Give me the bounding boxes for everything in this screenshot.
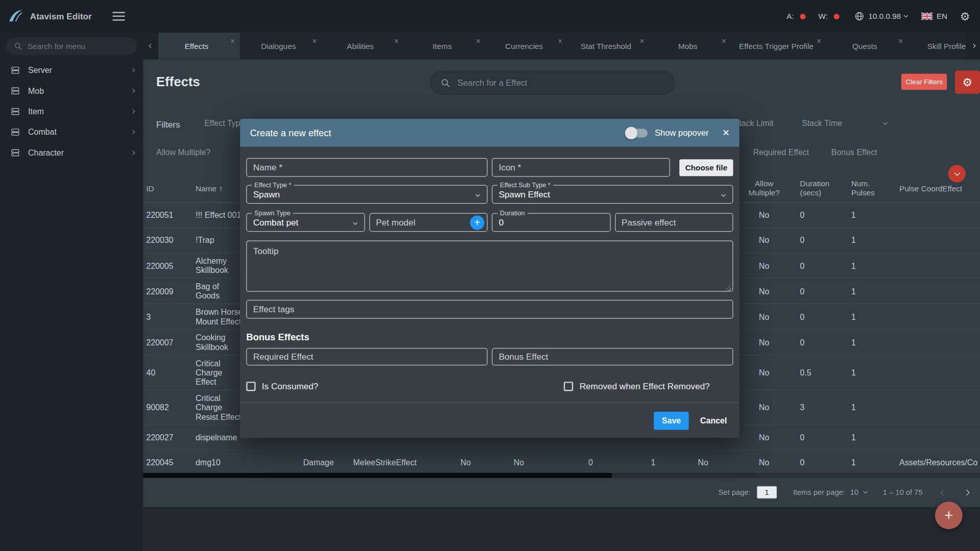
spawn-type-select[interactable]: Spawn Type Combat pet bbox=[246, 213, 364, 232]
cancel-button[interactable]: Cancel bbox=[697, 412, 731, 430]
tab[interactable]: Currencies × bbox=[485, 33, 567, 60]
filter-bonus-effect[interactable]: Bonus Effect bbox=[831, 147, 877, 157]
pet-model-field: + bbox=[369, 213, 487, 232]
tab[interactable]: Items × bbox=[404, 33, 485, 60]
tab[interactable]: Effects × bbox=[158, 33, 240, 60]
pet-model-input[interactable] bbox=[376, 217, 481, 228]
chevron-right-icon bbox=[131, 68, 135, 72]
cell-effect-type: Damage bbox=[297, 455, 347, 470]
bonus-effects-heading: Bonus Effects bbox=[246, 332, 733, 342]
choose-file-button[interactable]: Choose file bbox=[679, 159, 733, 176]
is-consumed-label: Is Consumed? bbox=[262, 381, 318, 391]
tabs-scroll-left-button[interactable] bbox=[143, 33, 158, 60]
cell-num-pulses: 1 bbox=[838, 258, 885, 273]
filter-stack-time[interactable]: Stack Time bbox=[802, 119, 842, 128]
tab[interactable]: Effects Trigger Profile × bbox=[731, 33, 826, 60]
sidebar-item[interactable]: Server bbox=[0, 60, 143, 81]
icon-input[interactable] bbox=[499, 162, 663, 172]
tab-close-icon[interactable]: × bbox=[230, 36, 235, 45]
cell-num-pulses: 1 bbox=[838, 233, 885, 248]
sidebar-search-input[interactable] bbox=[28, 42, 130, 51]
tab-close-icon[interactable]: × bbox=[312, 36, 317, 45]
items-per-page[interactable]: Items per page: 10 bbox=[793, 488, 867, 496]
items-per-page-value: 10 bbox=[850, 488, 859, 496]
tooltip-textarea[interactable] bbox=[246, 240, 733, 291]
show-popover-toggle[interactable] bbox=[626, 129, 647, 137]
menu-icon[interactable] bbox=[112, 12, 125, 20]
sidebar-item[interactable]: Item bbox=[0, 101, 143, 121]
tab[interactable]: Mobs × bbox=[649, 33, 731, 60]
tab[interactable]: Abilities × bbox=[322, 33, 404, 60]
tab[interactable]: Dialogues × bbox=[240, 33, 322, 60]
add-effect-button[interactable]: + bbox=[935, 502, 963, 529]
horizontal-scrollbar[interactable] bbox=[143, 473, 980, 478]
cell-allow-multiple: No bbox=[734, 309, 794, 325]
cell-id: 220027 bbox=[143, 430, 195, 445]
previous-page-button[interactable] bbox=[941, 488, 946, 496]
filter-required-effect[interactable]: Required Effect bbox=[753, 147, 809, 157]
checkbox-icon bbox=[564, 382, 573, 391]
col-header-num-pulses[interactable]: Num. Pulses bbox=[838, 176, 885, 201]
effect-tags-input[interactable] bbox=[253, 304, 726, 314]
col-header-allow-multiple[interactable]: Allow Multiple? bbox=[734, 176, 794, 201]
table-row[interactable]: 220045 dmg10 Damage MeleeStrikeEffect No… bbox=[143, 450, 980, 475]
col-header-duration[interactable]: Duration (secs) bbox=[794, 176, 838, 201]
tab-bar: Effects × Dialogues × Abilities × Items … bbox=[143, 33, 980, 60]
tab[interactable]: Stat Threshold × bbox=[568, 33, 649, 60]
bonus-effect-input[interactable] bbox=[499, 352, 726, 362]
status-a-dot bbox=[800, 13, 806, 19]
clear-filters-button[interactable]: Clear Filters bbox=[901, 73, 947, 90]
col-header-id[interactable]: ID bbox=[143, 181, 195, 196]
passive-effect-input[interactable] bbox=[622, 217, 726, 228]
duration-input[interactable] bbox=[499, 217, 603, 228]
sidebar-item-icon bbox=[10, 148, 20, 157]
settings-gear-icon[interactable]: ⚙ bbox=[960, 10, 970, 23]
sidebar-menu: Server Mob Item bbox=[0, 60, 143, 163]
tab-close-icon[interactable]: × bbox=[722, 36, 726, 45]
sidebar-item[interactable]: Combat bbox=[0, 122, 143, 142]
language-select[interactable]: EN bbox=[921, 12, 947, 20]
effect-type-select[interactable]: Effect Type * Spawn bbox=[246, 185, 487, 204]
is-consumed-checkbox[interactable]: Is Consumed? bbox=[246, 381, 318, 391]
status-w-label: W: bbox=[818, 12, 827, 20]
cell-duration: 0 bbox=[794, 283, 838, 299]
server-select[interactable]: 10.0.0.98 bbox=[854, 11, 908, 21]
cell-num-pulses: 1 bbox=[838, 430, 885, 445]
set-page-input[interactable] bbox=[757, 486, 777, 498]
sidebar-item[interactable]: Mob bbox=[0, 81, 143, 101]
cell-sub-effect: MeleeStrikeEffect bbox=[347, 455, 441, 470]
col-header-pulse-coordeffect[interactable]: Pulse CoordEffect bbox=[885, 181, 977, 196]
sidebar-item[interactable]: Character bbox=[0, 142, 143, 163]
effect-sub-type-select[interactable]: Effect Sub Type * Spawn Effect bbox=[492, 185, 733, 204]
tab-close-icon[interactable]: × bbox=[640, 36, 644, 45]
tab-label: Currencies bbox=[505, 41, 543, 50]
filter-settings-button[interactable]: ⚙ bbox=[955, 70, 980, 93]
filter-effect-type[interactable]: Effect Type bbox=[204, 119, 244, 128]
tab-close-icon[interactable]: × bbox=[476, 36, 480, 45]
tab[interactable]: Quests × bbox=[826, 33, 908, 60]
tab-close-icon[interactable]: × bbox=[558, 36, 562, 45]
name-input[interactable] bbox=[253, 162, 481, 172]
filter-stack-limit[interactable]: Stack Limit bbox=[734, 119, 774, 128]
cell-id: 90082 bbox=[143, 400, 195, 416]
cell-duration: 0 bbox=[794, 430, 838, 445]
add-pet-model-button[interactable]: + bbox=[470, 215, 484, 230]
tabs-scroll-right-button[interactable] bbox=[966, 33, 980, 60]
scrollbar-thumb[interactable] bbox=[143, 473, 611, 478]
name-field bbox=[246, 158, 487, 177]
tab-close-icon[interactable]: × bbox=[394, 36, 399, 45]
filter-allow-multiple[interactable]: Allow Multiple? bbox=[156, 147, 210, 157]
expand-filters-button[interactable] bbox=[948, 165, 966, 182]
chevron-left-icon bbox=[940, 489, 946, 495]
required-effect-input[interactable] bbox=[253, 352, 481, 362]
cell-id: 220007 bbox=[143, 335, 195, 350]
tab-close-icon[interactable]: × bbox=[817, 36, 821, 45]
chevron-down-icon bbox=[476, 192, 480, 197]
removed-when-effect-removed-checkbox[interactable]: Removed when Effect Removed? bbox=[564, 381, 710, 391]
tab-close-icon[interactable]: × bbox=[898, 36, 903, 45]
tab-label: Effects bbox=[185, 41, 209, 50]
next-page-button[interactable] bbox=[964, 488, 969, 496]
modal-close-icon[interactable]: × bbox=[722, 127, 729, 139]
effect-search-input[interactable] bbox=[457, 78, 664, 87]
save-button[interactable]: Save bbox=[654, 412, 689, 430]
